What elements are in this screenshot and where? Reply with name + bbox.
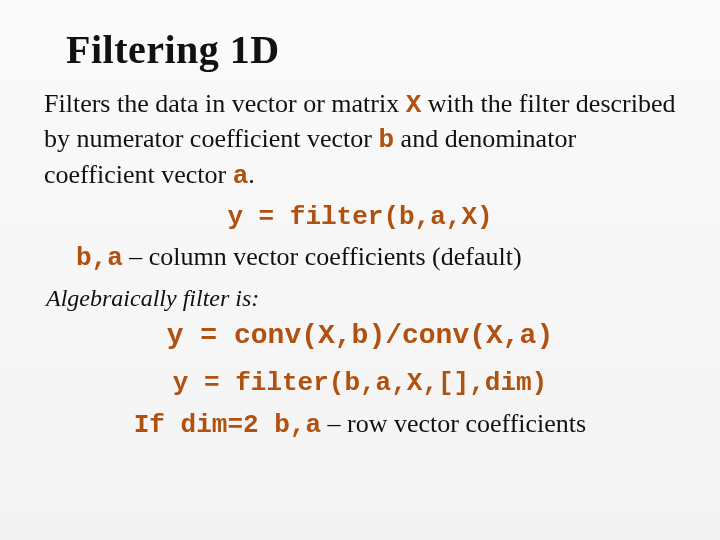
code-x: X — [406, 90, 422, 120]
code-dim: dim=2 b,a — [181, 410, 321, 440]
desc-text-1: Filters the data in vector or matrix — [44, 89, 406, 118]
dim-description: If dim=2 b,a – row vector coefficients — [36, 407, 684, 442]
slide: Filtering 1D Filters the data in vector … — [0, 0, 720, 540]
ba-description: b,a – column vector coefficients (defaul… — [76, 240, 684, 275]
code-a: a — [233, 161, 249, 191]
algebraic-label: Algebraically filter is: — [46, 285, 684, 312]
code-b: b — [378, 125, 394, 155]
row-desc-text: – row vector coefficients — [321, 409, 586, 438]
code-ba: b,a — [76, 243, 123, 273]
code-eq2: y = conv(X,b)/conv(X,a) — [167, 320, 553, 351]
desc-text-4: . — [248, 160, 255, 189]
equation-conv: y = conv(X,b)/conv(X,a) — [36, 318, 684, 351]
equation-filter-dim: y = filter(b,a,X,[],dim) — [36, 365, 684, 400]
code-eq3: y = filter(b,a,X,[],dim) — [173, 368, 547, 398]
ba-desc-text: – column vector coefficients (default) — [123, 242, 522, 271]
description-paragraph: Filters the data in vector or matrix X w… — [44, 87, 684, 193]
slide-title: Filtering 1D — [66, 26, 684, 73]
if-label: If — [134, 410, 181, 440]
code-eq1: y = filter(b,a,X) — [227, 202, 492, 232]
equation-filter: y = filter(b,a,X) — [36, 199, 684, 234]
